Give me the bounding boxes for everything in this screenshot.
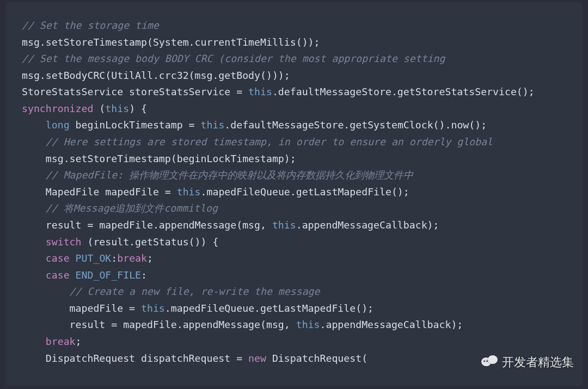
code-line: // Here settings are stored timestamp, i… bbox=[22, 136, 493, 147]
wechat-icon: •• bbox=[481, 355, 498, 369]
code-token: this bbox=[177, 186, 201, 197]
code-token: : bbox=[141, 269, 147, 281]
code-token: this bbox=[296, 319, 320, 330]
code-line: break; bbox=[22, 336, 82, 347]
code-line: // 将Message追加到文件commitlog bbox=[22, 202, 218, 214]
code-line: long beginLockTimestamp = this.defaultMe… bbox=[22, 119, 487, 131]
code-line: // MapedFile: 操作物理文件在内存中的映射以及将内存数据持久化到物理… bbox=[22, 169, 413, 181]
code-token: ( bbox=[93, 103, 105, 114]
code-token: msg.setStoreTimestamp(System.currentTime… bbox=[22, 36, 320, 48]
code-token bbox=[70, 269, 76, 281]
code-token: .mapedFileQueue.getLastMapedFile(); bbox=[201, 186, 409, 197]
code-token: DispatchRequest( bbox=[266, 353, 367, 364]
code-line: synchronized (this) { bbox=[22, 103, 147, 114]
code-token: msg.setStoreTimestamp(beginLockTimestamp… bbox=[46, 153, 296, 164]
code-line: msg.setStoreTimestamp(beginLockTimestamp… bbox=[22, 153, 296, 164]
code-line: case PUT_OK:break; bbox=[22, 252, 153, 264]
code-token: .appendMessageCallback); bbox=[296, 219, 439, 231]
code-token: long bbox=[46, 119, 70, 131]
code-line: // Set the message body BODY CRC (consid… bbox=[22, 53, 445, 64]
code-line: case END_OF_FILE: bbox=[22, 269, 147, 281]
code-line: mapedFile = this.mapedFileQueue.getLastM… bbox=[22, 302, 373, 314]
code-token bbox=[70, 252, 76, 264]
code-line: MapedFile mapedFile = this.mapedFileQueu… bbox=[22, 186, 409, 197]
code-token: break bbox=[117, 252, 147, 264]
code-comment: // 将Message追加到文件commitlog bbox=[46, 202, 218, 214]
code-token: case bbox=[46, 252, 70, 264]
code-comment: // Set the message body BODY CRC (consid… bbox=[22, 53, 445, 64]
code-token: .appendMessageCallback); bbox=[320, 319, 463, 330]
code-line: StoreStatsService storeStatsService = th… bbox=[22, 86, 535, 97]
code-comment: // MapedFile: 操作物理文件在内存中的映射以及将内存数据持久化到物理… bbox=[46, 169, 413, 181]
code-line: msg.setBodyCRC(UtilAll.crc32(msg.getBody… bbox=[22, 70, 290, 81]
code-token: this bbox=[105, 103, 129, 114]
code-token: ; bbox=[147, 252, 153, 264]
code-token: synchronized bbox=[22, 103, 93, 114]
code-token: MapedFile mapedFile = bbox=[46, 186, 177, 197]
code-token: beginLockTimestamp = bbox=[70, 119, 201, 131]
watermark-text: 开发者精选集 bbox=[502, 354, 574, 371]
code-token: result = mapedFile.appendMessage(msg, bbox=[46, 219, 272, 231]
code-token: PUT_OK bbox=[76, 252, 112, 264]
code-token: case bbox=[46, 269, 70, 281]
code-line: msg.setStoreTimestamp(System.currentTime… bbox=[22, 36, 320, 48]
code-token: this bbox=[272, 219, 296, 231]
code-comment: // Here settings are stored timestamp, i… bbox=[46, 136, 493, 147]
code-line: switch (result.getStatus()) { bbox=[22, 236, 218, 248]
code-line: // Create a new file, re-write the messa… bbox=[22, 286, 320, 297]
code-comment: // Set the storage time bbox=[22, 20, 159, 31]
code-token: (result.getStatus()) { bbox=[82, 236, 219, 248]
code-token: ; bbox=[76, 336, 82, 347]
code-token: this bbox=[141, 302, 165, 314]
code-panel: // Set the storage time msg.setStoreTime… bbox=[5, 2, 583, 386]
code-token: .defaultMessageStore.getStoreStatsServic… bbox=[272, 86, 535, 97]
code-token: DispatchRequest dispatchRequest = bbox=[46, 353, 248, 364]
code-block[interactable]: // Set the storage time msg.setStoreTime… bbox=[22, 17, 572, 367]
code-token: : bbox=[111, 252, 117, 264]
code-token: ) { bbox=[129, 103, 147, 114]
code-token: msg.setBodyCRC(UtilAll.crc32(msg.getBody… bbox=[22, 70, 290, 81]
code-token: END_OF_FILE bbox=[76, 269, 141, 281]
code-token: .defaultMessageStore.getSystemClock().no… bbox=[224, 119, 487, 131]
code-token: this bbox=[248, 86, 272, 97]
code-token: new bbox=[248, 353, 266, 364]
code-line: // Set the storage time bbox=[22, 20, 159, 31]
code-comment: // Create a new file, re-write the messa… bbox=[70, 286, 320, 297]
code-token: result = mapedFile.appendMessage(msg, bbox=[70, 319, 296, 330]
code-token: StoreStatsService storeStatsService = bbox=[22, 86, 248, 97]
wechat-watermark: •• 开发者精选集 bbox=[481, 354, 574, 371]
code-line: result = mapedFile.appendMessage(msg, th… bbox=[22, 219, 439, 231]
code-token: .mapedFileQueue.getLastMapedFile(); bbox=[165, 302, 373, 314]
code-token: switch bbox=[46, 236, 82, 248]
code-token: break bbox=[46, 336, 76, 347]
code-token: this bbox=[201, 119, 225, 131]
code-line: DispatchRequest dispatchRequest = new Di… bbox=[22, 353, 367, 364]
code-line: result = mapedFile.appendMessage(msg, th… bbox=[22, 319, 463, 330]
code-token: mapedFile = bbox=[70, 302, 141, 314]
